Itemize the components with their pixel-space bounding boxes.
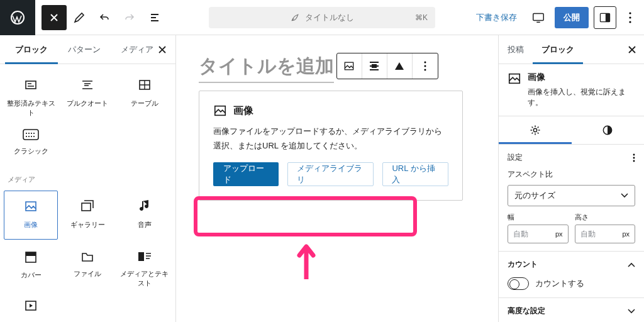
- edit-tool-icon[interactable]: [67, 5, 92, 30]
- file-icon: [80, 250, 94, 263]
- media-library-button[interactable]: メディアライブラリ: [287, 162, 374, 186]
- block-audio[interactable]: 音声: [118, 191, 172, 240]
- block-gallery[interactable]: ギャラリー: [60, 191, 114, 240]
- undo-icon[interactable]: [92, 5, 117, 30]
- block-media-text[interactable]: メディアとテキスト: [118, 242, 172, 291]
- panel-menu-icon[interactable]: [633, 153, 635, 162]
- audio-icon: [138, 199, 151, 214]
- media-blocks-grid: 画像 ギャラリー 音声 カバー ファイル メディアとテキスト: [0, 186, 175, 319]
- block-image[interactable]: 画像: [4, 191, 58, 240]
- svg-point-17: [33, 136, 35, 137]
- media-text-icon: [137, 250, 152, 263]
- svg-point-35: [633, 160, 635, 162]
- image-icon: [23, 199, 38, 214]
- height-input[interactable]: 自動 px: [575, 225, 636, 243]
- chevron-up-icon[interactable]: [628, 262, 635, 267]
- image-icon: [213, 104, 227, 118]
- toolbar-more-icon[interactable]: [413, 53, 438, 79]
- advanced-heading: 高度な設定: [508, 306, 545, 316]
- svg-rect-21: [26, 252, 36, 256]
- inserter-tabs: ブロック パターン メディア: [0, 35, 175, 64]
- upload-button[interactable]: アップロード: [213, 162, 279, 186]
- chevron-down-icon: [621, 193, 628, 198]
- media-section-label: メディア: [0, 170, 175, 186]
- svg-point-27: [424, 65, 426, 67]
- tab-blocks[interactable]: ブロック: [5, 35, 58, 64]
- block-label: クラシック: [14, 147, 48, 156]
- document-title: タイトルなし: [305, 12, 354, 23]
- block-table[interactable]: テーブル: [118, 69, 172, 118]
- image-icon: [508, 72, 521, 86]
- width-input[interactable]: 自動 px: [508, 225, 569, 243]
- classic-icon: [23, 129, 39, 140]
- tab-post[interactable]: 投稿: [499, 35, 533, 64]
- svg-point-12: [31, 133, 32, 134]
- document-title-bar[interactable]: タイトルなし ⌘K: [209, 7, 435, 28]
- svg-rect-19: [82, 203, 91, 211]
- block-label: プルクオート: [67, 99, 108, 108]
- svg-point-6: [629, 21, 631, 23]
- redo-icon: [117, 5, 142, 30]
- document-outline-icon[interactable]: [142, 5, 167, 30]
- aspect-ratio-select[interactable]: 元のサイズ: [508, 185, 635, 206]
- svg-point-31: [533, 128, 536, 131]
- block-cover[interactable]: カバー: [4, 242, 58, 291]
- svg-rect-18: [26, 202, 36, 211]
- inserter-close-icon[interactable]: [154, 42, 170, 58]
- preview-device-icon[interactable]: [527, 6, 550, 29]
- publish-button[interactable]: 公開: [555, 7, 589, 28]
- block-classic[interactable]: クラシック: [4, 121, 58, 170]
- count-heading: カウント: [508, 259, 538, 270]
- svg-rect-22: [138, 252, 144, 261]
- block-label: メディアとテキスト: [118, 269, 171, 288]
- svg-point-4: [629, 12, 631, 14]
- svg-rect-3: [606, 13, 610, 21]
- width-label: 幅: [508, 213, 569, 222]
- block-file[interactable]: ファイル: [60, 242, 114, 291]
- svg-rect-1: [533, 13, 544, 20]
- editor-canvas[interactable]: タイトルを追加: [176, 35, 498, 322]
- insert-from-url-button[interactable]: URL から挿入: [382, 162, 448, 186]
- pullquote-icon: [80, 77, 95, 92]
- image-block-heading: 画像: [233, 104, 253, 118]
- subtab-styles-icon[interactable]: [572, 116, 645, 144]
- tab-patterns[interactable]: パターン: [58, 35, 111, 64]
- post-title-input[interactable]: タイトルを追加: [199, 53, 334, 83]
- toolbar-caption-icon[interactable]: [387, 53, 413, 79]
- svg-rect-24: [345, 62, 353, 70]
- block-label: カバー: [21, 270, 42, 280]
- block-preformatted[interactable]: 整形済みテキスト: [4, 69, 58, 118]
- save-draft-link[interactable]: 下書き保存: [471, 8, 522, 27]
- toolbar-align-icon[interactable]: [362, 53, 387, 79]
- block-hint: 画像を挿入し、視覚に訴えます。: [528, 87, 635, 108]
- count-panel: カウント カウントする: [499, 252, 644, 298]
- close-editor-button[interactable]: [42, 5, 67, 30]
- wordpress-logo[interactable]: [0, 0, 35, 35]
- tab-block[interactable]: ブロック: [533, 35, 583, 64]
- more-menu-icon[interactable]: [621, 6, 639, 29]
- svg-point-5: [629, 16, 631, 18]
- svg-point-16: [31, 136, 32, 137]
- block-video[interactable]: [4, 294, 58, 319]
- cover-icon: [24, 250, 38, 264]
- block-pullquote[interactable]: プルクオート: [60, 69, 114, 118]
- settings-close-icon[interactable]: [624, 42, 640, 58]
- svg-point-28: [424, 69, 426, 71]
- settings-panel-toggle[interactable]: [594, 6, 616, 29]
- toolbar-block-type-icon[interactable]: [337, 53, 362, 79]
- image-block-description: 画像ファイルをアップロードするか、メディアライブラリから選択、またはURL を追…: [213, 124, 448, 153]
- block-toolbar: [336, 53, 438, 79]
- svg-point-26: [424, 62, 426, 64]
- aspect-ratio-value: 元のサイズ: [514, 190, 555, 201]
- svg-rect-7: [26, 81, 36, 89]
- svg-point-13: [33, 133, 35, 134]
- settings-heading: 設定: [508, 152, 523, 163]
- block-label: テーブル: [131, 99, 158, 108]
- text-blocks-grid: 整形済みテキスト プルクオート テーブル クラシック: [0, 64, 175, 170]
- block-inserter-panel: ブロック パターン メディア 整形済みテキスト プルクオート テーブル ク: [0, 35, 176, 322]
- count-toggle[interactable]: [508, 277, 529, 290]
- block-name: 画像: [528, 72, 635, 83]
- subtab-settings-icon[interactable]: [499, 116, 572, 144]
- advanced-panel[interactable]: 高度な設定: [499, 298, 644, 322]
- block-label: 画像: [24, 220, 38, 230]
